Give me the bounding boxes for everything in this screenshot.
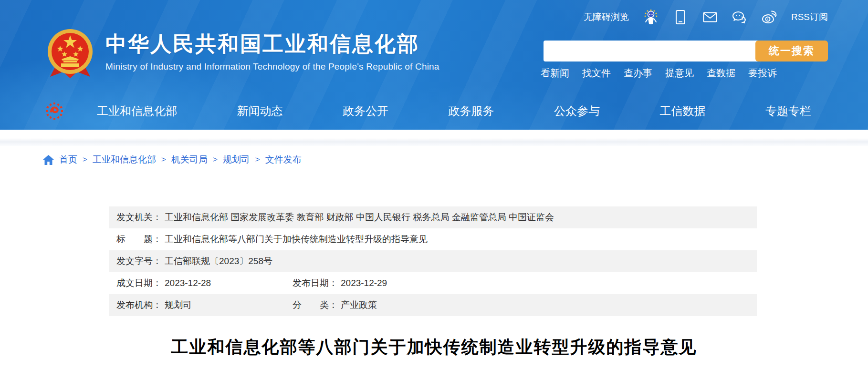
nav-item-data[interactable]: 工信数据 [660, 103, 706, 119]
breadcrumb-separator: > [83, 155, 87, 164]
meta-row-issuing-agency: 发文机关：工业和信息化部 国家发展改革委 教育部 财政部 中国人民银行 税务总局… [109, 206, 757, 228]
meta-col2: 发布日期：2023-12-29 [293, 272, 387, 294]
breadcrumb-separator: > [213, 155, 218, 164]
meta-value: 工业和信息化部等八部门关于加快传统制造业转型升级的指导意见 [165, 234, 428, 244]
home-icon [43, 155, 54, 165]
miit-gear-e-logo-icon [45, 102, 63, 120]
main-nav: 工业和信息化部 新闻动态 政务公开 政务服务 公众参与 工信数据 专题专栏 [0, 92, 868, 130]
quick-link-complaint[interactable]: 要投诉 [748, 67, 777, 80]
meta-row-publisher-category: 发布机构：规划司 分 类：产业政策 [109, 294, 757, 316]
utility-bar: 无障碍浏览 [584, 10, 828, 25]
breadcrumb-planning-dept[interactable]: 规划司 [223, 154, 250, 166]
meta-label: 分 类： [293, 300, 338, 310]
nav-item-gov-services[interactable]: 政务服务 [449, 103, 494, 119]
meta-value: 工业和信息化部 国家发展改革委 教育部 财政部 中国人民银行 税务总局 金融监管… [165, 212, 554, 222]
page: 无障碍浏览 [0, 0, 868, 369]
meta-label: 发布机构： [116, 300, 162, 310]
site-title: 中华人民共和国工业和信息化部 [105, 31, 439, 57]
meta-value: 工信部联规〔2023〕258号 [165, 256, 272, 266]
meta-label: 发布日期： [293, 278, 338, 288]
breadcrumb-separator: > [255, 155, 260, 164]
breadcrumb: 首页 > 工业和信息化部 > 机关司局 > 规划司 > 文件发布 [43, 154, 302, 166]
quick-link-suggest[interactable]: 提意见 [665, 67, 694, 80]
document-meta-table: 发文机关：工业和信息化部 国家发展改革委 教育部 财政部 中国人民银行 税务总局… [109, 206, 757, 316]
breadcrumb-home[interactable]: 首页 [59, 154, 77, 166]
meta-value: 产业政策 [341, 300, 377, 310]
article-title: 工业和信息化部等八部门关于加快传统制造业转型升级的指导意见 [0, 336, 868, 359]
robot-mascot-icon[interactable] [643, 10, 659, 25]
brand-text: 中华人民共和国工业和信息化部 Ministry of Industry and … [105, 28, 439, 72]
nav-item-news[interactable]: 新闻动态 [237, 103, 283, 119]
accessibility-link[interactable]: 无障碍浏览 [584, 11, 629, 23]
meta-label: 发文机关： [116, 212, 162, 222]
meta-row-doc-number: 发文字号：工信部联规〔2023〕258号 [109, 250, 757, 272]
meta-row-dates: 成文日期：2023-12-28 发布日期：2023-12-29 [109, 272, 757, 294]
site-header: 无障碍浏览 [0, 0, 868, 130]
wechat-icon[interactable] [732, 10, 747, 25]
search-bar: 统一搜索 [544, 41, 828, 62]
quick-link-services[interactable]: 查办事 [624, 67, 652, 80]
quick-link-news[interactable]: 看新闻 [541, 67, 569, 80]
nav-item-participation[interactable]: 公众参与 [554, 103, 600, 119]
meta-value: 2023-12-28 [165, 278, 211, 288]
breadcrumb-separator: > [161, 155, 166, 164]
meta-label: 成文日期： [116, 278, 162, 288]
quick-link-data[interactable]: 查数据 [707, 67, 735, 80]
site-subtitle: Ministry of Industry and Information Tec… [105, 62, 439, 72]
mail-icon[interactable] [702, 10, 718, 25]
breadcrumb-miit[interactable]: 工业和信息化部 [93, 154, 156, 166]
breadcrumb-document-release[interactable]: 文件发布 [265, 154, 302, 166]
search-input[interactable] [544, 41, 758, 62]
meta-value: 2023-12-29 [341, 278, 387, 288]
brand: 中华人民共和国工业和信息化部 Ministry of Industry and … [45, 28, 439, 80]
nav-item-miit[interactable]: 工业和信息化部 [97, 103, 177, 119]
nav-item-gov-info[interactable]: 政务公开 [343, 103, 388, 119]
meta-col2: 分 类：产业政策 [293, 294, 377, 316]
unified-search-button[interactable]: 统一搜索 [755, 41, 828, 62]
meta-value: 规划司 [165, 300, 192, 310]
meta-row-title: 标 题：工业和信息化部等八部门关于加快传统制造业转型升级的指导意见 [109, 228, 757, 250]
weibo-icon[interactable] [762, 10, 777, 25]
mobile-app-icon[interactable] [673, 10, 688, 25]
breadcrumb-departments[interactable]: 机关司局 [171, 154, 208, 166]
header-separator [0, 130, 868, 146]
rss-link[interactable]: RSS订阅 [791, 11, 828, 23]
meta-label: 发文字号： [116, 256, 162, 266]
quick-links: 看新闻 找文件 查办事 提意见 查数据 要投诉 [541, 67, 777, 80]
meta-label: 标 题： [116, 234, 162, 244]
quick-link-files[interactable]: 找文件 [582, 67, 611, 80]
national-emblem-icon [45, 28, 95, 80]
nav-items: 工业和信息化部 新闻动态 政务公开 政务服务 公众参与 工信数据 专题专栏 [97, 92, 811, 130]
nav-item-special-topics[interactable]: 专题专栏 [765, 103, 811, 119]
